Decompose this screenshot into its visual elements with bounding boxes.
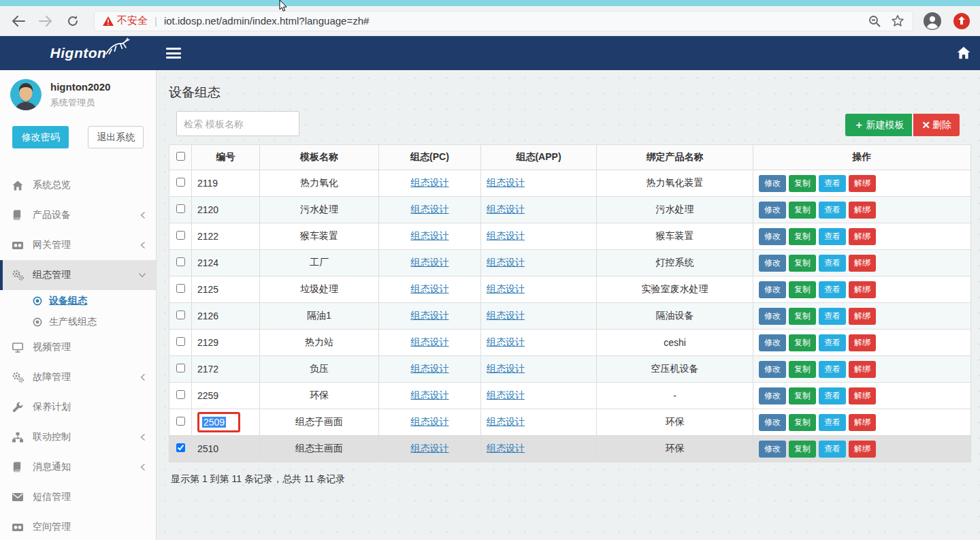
unbind-button[interactable]: 解绑 [849, 414, 876, 431]
unbind-button[interactable]: 解绑 [849, 334, 876, 351]
row-checkbox[interactable] [176, 364, 185, 372]
copy-button[interactable]: 复制 [789, 202, 816, 219]
browser-update-icon[interactable] [953, 12, 970, 30]
new-template-button[interactable]: ＋新建模板 [845, 114, 912, 136]
copy-button[interactable]: 复制 [789, 255, 816, 272]
copy-button[interactable]: 复制 [789, 281, 816, 298]
edit-button[interactable]: 修改 [759, 228, 786, 245]
pc-design-link[interactable]: 组态设计 [411, 336, 449, 347]
pc-design-link[interactable]: 组态设计 [411, 230, 449, 241]
unbind-button[interactable]: 解绑 [849, 281, 876, 298]
sidebar-item-1[interactable]: 产品设备 [0, 200, 156, 230]
copy-button[interactable]: 复制 [789, 175, 816, 192]
forward-icon[interactable] [37, 12, 54, 30]
bookmark-star-icon[interactable] [891, 14, 904, 28]
edit-button[interactable]: 修改 [759, 175, 786, 192]
sidebar-item-4[interactable]: 视频管理 [0, 332, 156, 362]
unbind-button[interactable]: 解绑 [849, 361, 876, 378]
app-design-link[interactable]: 组态设计 [487, 283, 525, 294]
edit-button[interactable]: 修改 [759, 361, 786, 378]
edit-button[interactable]: 修改 [759, 414, 786, 431]
menu-toggle-icon[interactable] [166, 48, 181, 59]
unbind-button[interactable]: 解绑 [849, 228, 876, 245]
view-button[interactable]: 查看 [819, 361, 846, 378]
back-icon[interactable] [10, 12, 27, 30]
edit-button[interactable]: 修改 [759, 255, 786, 272]
submenu-item-1[interactable]: 生产线组态 [0, 311, 156, 332]
zoom-out-icon[interactable] [868, 14, 881, 28]
edit-button[interactable]: 修改 [759, 441, 786, 458]
row-checkbox[interactable] [176, 178, 185, 187]
row-checkbox[interactable] [176, 337, 185, 346]
url-bar[interactable]: 不安全 | iot.idosp.net/admin/index.html?lan… [94, 11, 913, 31]
sidebar-item-2[interactable]: 网关管理 [0, 230, 156, 260]
view-button[interactable]: 查看 [819, 414, 846, 431]
edit-button[interactable]: 修改 [759, 281, 786, 298]
view-button[interactable]: 查看 [819, 255, 846, 272]
sidebar-item-10[interactable]: 空间管理 [0, 512, 156, 540]
unbind-button[interactable]: 解绑 [849, 255, 876, 272]
copy-button[interactable]: 复制 [789, 414, 816, 431]
sidebar-item-6[interactable]: 保养计划 [0, 392, 156, 422]
app-design-link[interactable]: 组态设计 [487, 230, 525, 241]
view-button[interactable]: 查看 [819, 281, 846, 298]
row-checkbox[interactable] [176, 390, 185, 399]
app-design-link[interactable]: 组态设计 [487, 177, 525, 188]
sidebar-item-3[interactable]: 组态管理 [0, 260, 156, 290]
delete-button[interactable]: ✕删除 [913, 114, 960, 136]
pc-design-link[interactable]: 组态设计 [411, 204, 449, 215]
unbind-button[interactable]: 解绑 [849, 202, 876, 219]
browser-profile-avatar[interactable] [923, 12, 942, 31]
row-checkbox[interactable] [176, 204, 185, 213]
pc-design-link[interactable]: 组态设计 [411, 416, 449, 427]
view-button[interactable]: 查看 [819, 334, 846, 351]
search-input[interactable] [176, 111, 299, 136]
select-all-checkbox[interactable] [176, 152, 185, 161]
copy-button[interactable]: 复制 [789, 361, 816, 378]
sidebar-item-9[interactable]: 短信管理 [0, 482, 156, 512]
pc-design-link[interactable]: 组态设计 [411, 283, 449, 294]
unbind-button[interactable]: 解绑 [849, 308, 876, 325]
edit-button[interactable]: 修改 [759, 387, 786, 404]
copy-button[interactable]: 复制 [789, 228, 816, 245]
pc-design-link[interactable]: 组态设计 [411, 390, 449, 400]
sidebar-item-8[interactable]: 消息通知 [0, 452, 156, 482]
app-design-link[interactable]: 组态设计 [487, 443, 525, 454]
pc-design-link[interactable]: 组态设计 [411, 443, 449, 454]
copy-button[interactable]: 复制 [789, 441, 816, 458]
app-design-link[interactable]: 组态设计 [487, 310, 525, 321]
pc-design-link[interactable]: 组态设计 [411, 177, 449, 188]
app-design-link[interactable]: 组态设计 [487, 416, 525, 427]
home-icon[interactable] [957, 46, 970, 62]
row-checkbox[interactable] [176, 417, 185, 426]
logout-button[interactable]: 退出系统 [88, 126, 144, 148]
reload-icon[interactable] [64, 12, 82, 30]
edit-button[interactable]: 修改 [759, 202, 786, 219]
app-design-link[interactable]: 组态设计 [487, 363, 525, 374]
pc-design-link[interactable]: 组态设计 [411, 363, 449, 374]
app-design-link[interactable]: 组态设计 [487, 257, 525, 268]
view-button[interactable]: 查看 [819, 175, 846, 192]
copy-button[interactable]: 复制 [789, 387, 816, 404]
edit-button[interactable]: 修改 [759, 308, 786, 325]
view-button[interactable]: 查看 [819, 202, 846, 219]
row-checkbox[interactable] [176, 257, 185, 266]
view-button[interactable]: 查看 [819, 308, 846, 325]
copy-button[interactable]: 复制 [789, 334, 816, 351]
sidebar-item-5[interactable]: 故障管理 [0, 362, 156, 392]
copy-button[interactable]: 复制 [789, 308, 816, 325]
pc-design-link[interactable]: 组态设计 [411, 310, 449, 321]
pc-design-link[interactable]: 组态设计 [411, 257, 449, 268]
row-checkbox[interactable] [176, 443, 185, 452]
unbind-button[interactable]: 解绑 [849, 175, 876, 192]
row-checkbox[interactable] [176, 284, 185, 293]
unbind-button[interactable]: 解绑 [849, 387, 876, 404]
row-checkbox[interactable] [176, 231, 185, 240]
change-password-button[interactable]: 修改密码 [12, 126, 69, 148]
app-design-link[interactable]: 组态设计 [487, 336, 525, 347]
view-button[interactable]: 查看 [819, 441, 846, 458]
sidebar-item-7[interactable]: 联动控制 [0, 422, 156, 452]
app-design-link[interactable]: 组态设计 [487, 390, 525, 400]
sidebar-item-0[interactable]: 系统总览 [0, 170, 156, 200]
submenu-item-0[interactable]: 设备组态 [0, 290, 156, 311]
